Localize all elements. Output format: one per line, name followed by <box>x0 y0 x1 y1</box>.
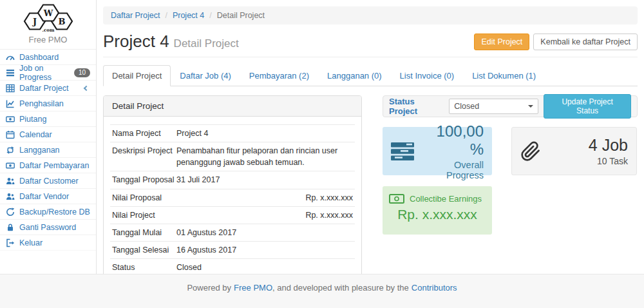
footer-text-prefix: Powered by <box>187 283 231 293</box>
sidebar-item-daftar-vendor[interactable]: Daftar Vendor <box>0 189 96 204</box>
earnings-value: Rp. x.xxx.xxx <box>389 207 486 222</box>
jobs-card: 4 Job 10 Task <box>511 127 637 175</box>
logo-letter-b: B <box>58 17 65 26</box>
table-icon <box>6 84 15 93</box>
main-content: Daftar Project Project 4 Detail Project … <box>97 0 644 274</box>
table-row-nilai-project: Nilai Project Rp. x.xxx.xxx <box>110 206 355 224</box>
sidebar-item-daftar-customer[interactable]: Daftar Customer <box>0 173 96 189</box>
job-count-badge: 10 <box>74 68 90 77</box>
paperclip-icon <box>520 141 541 162</box>
tab-list-dokumen[interactable]: List Dokumen (1) <box>463 65 545 86</box>
logo-letter-w: W <box>43 8 53 18</box>
tasks-icon <box>391 142 414 160</box>
money-icon <box>6 115 15 124</box>
status-select-value: Closed <box>454 102 479 111</box>
table-row-nama-project: Nama Project Project 4 <box>110 124 355 142</box>
sidebar-item-job-on-progress[interactable]: Job on Progress 10 <box>0 65 96 81</box>
dashboard-icon <box>6 53 15 62</box>
sidebar-item-label: Calendar <box>19 130 52 139</box>
sidebar-item-label: Piutang <box>19 115 46 124</box>
sidebar-item-label: Langganan <box>19 146 60 155</box>
sidebar-item-label: Dashboard <box>19 53 59 62</box>
status-project-label: Status Project <box>389 97 444 116</box>
footer: Powered by Free PMO , and developed with… <box>0 274 644 308</box>
sidebar-item-piutang[interactable]: Piutang <box>0 111 96 127</box>
collectible-earnings-card: Collectibe Earnings Rp. x.xxx.xxx <box>383 186 492 235</box>
sidebar-item-label: Keluar <box>19 238 43 247</box>
table-row-nilai-proposal: Nilai Proposal Rp. x.xxx.xxx <box>110 189 355 206</box>
jwb-logo: J W B .com <box>17 3 79 33</box>
sidebar-item-label: Job on Progress <box>19 64 70 82</box>
progress-caption: Overall Progress <box>419 160 484 180</box>
sidebar-item-ganti-password[interactable]: Ganti Password <box>0 220 96 235</box>
page-header: Project 4Detail Project Edit Project Kem… <box>103 32 638 57</box>
status-select[interactable]: Closed <box>449 99 538 114</box>
tab-daftar-job[interactable]: Daftar Job (4) <box>171 65 240 86</box>
sidebar-item-calendar[interactable]: Calendar <box>0 127 96 142</box>
brand-name: Free PMO <box>0 35 96 44</box>
tab-pembayaran[interactable]: Pembayaran (2) <box>240 65 318 86</box>
panel-title: Detail Project <box>104 96 361 117</box>
calendar-icon <box>6 130 15 139</box>
line-chart-icon <box>6 99 15 108</box>
breadcrumb-link-daftar-project[interactable]: Daftar Project <box>111 11 160 20</box>
sidebar-item-langganan[interactable]: Langganan <box>0 142 96 158</box>
sidebar: J W B .com Free PMO Dashboard Job on Pro… <box>0 0 97 274</box>
detail-project-panel: Detail Project Nama Project Project 4 De… <box>103 95 362 299</box>
logo-letter-j: J <box>32 17 36 26</box>
jobs-caption: 10 Task <box>547 156 628 166</box>
caret-down-icon <box>528 105 533 108</box>
sidebar-item-dashboard[interactable]: Dashboard <box>0 50 96 65</box>
overall-progress-card: 100,00 % Overall Progress <box>383 127 492 175</box>
sidebar-item-label: Daftar Pembayaran <box>19 161 89 170</box>
table-row-deskripsi-project: Deskripsi Project Penambahan fitur pelap… <box>110 142 355 171</box>
sidebar-item-backup-restore-db[interactable]: Backup/Restore DB <box>0 204 96 220</box>
table-row-tanggal-proposal: Tanggal Proposal 31 Juli 2017 <box>110 171 355 188</box>
breadcrumb: Daftar Project Project 4 Detail Project <box>103 6 638 24</box>
retweet-icon <box>6 146 15 155</box>
page-title: Project 4Detail Project <box>103 32 239 52</box>
users-icon <box>6 192 15 201</box>
breadcrumb-current: Detail Project <box>204 11 265 20</box>
tab-list-invoice[interactable]: List Invoice (0) <box>391 65 464 86</box>
back-to-project-list-button[interactable]: Kembali ke daftar Project <box>533 34 638 50</box>
page-title-text: Project 4 <box>103 32 169 51</box>
free-pmo-link[interactable]: Free PMO <box>234 283 272 293</box>
edit-project-button[interactable]: Edit Project <box>474 34 529 50</box>
progress-value: 100,00 % <box>419 122 484 159</box>
brand: J W B .com Free PMO <box>0 0 96 50</box>
jobs-value: 4 Job <box>547 136 628 155</box>
chevron-left-icon <box>84 85 89 90</box>
sidebar-item-label: Penghasilan <box>19 99 64 108</box>
sidebar-item-label: Backup/Restore DB <box>19 207 90 217</box>
footer-text-middle: , and developed with pleasure by the <box>272 283 409 293</box>
sidebar-item-daftar-project[interactable]: Daftar Project <box>0 81 96 96</box>
money-bill-icon <box>389 194 404 204</box>
table-row-tanggal-mulai: Tanggal Mulai 01 Agustus 2017 <box>110 224 355 241</box>
tab-bar: Detail Project Daftar Job (4) Pembayaran… <box>103 65 638 86</box>
sign-out-icon <box>6 238 15 247</box>
breadcrumb-link-project-4[interactable]: Project 4 <box>173 11 204 20</box>
tab-detail-project[interactable]: Detail Project <box>103 65 171 86</box>
sidebar-item-keluar[interactable]: Keluar <box>0 235 96 251</box>
sidebar-item-penghasilan[interactable]: Penghasilan <box>0 96 96 111</box>
logo-domain: .com <box>42 27 54 33</box>
list-bars-icon <box>6 68 15 77</box>
lock-icon <box>6 223 15 232</box>
page: J W B .com Free PMO Dashboard Job on Pro… <box>0 0 644 308</box>
users-icon <box>6 177 15 186</box>
money-icon <box>6 161 15 170</box>
tab-langganan[interactable]: Langganan (0) <box>318 65 391 86</box>
sidebar-item-label: Daftar Customer <box>19 177 79 186</box>
contributors-link[interactable]: Contributors <box>412 283 457 293</box>
page-subtitle: Detail Project <box>174 37 239 50</box>
earnings-title: Collectibe Earnings <box>410 194 482 204</box>
update-project-status-button[interactable]: Update Project Status <box>544 94 631 119</box>
sidebar-item-daftar-pembayaran[interactable]: Daftar Pembayaran <box>0 158 96 173</box>
table-row-tanggal-selesai: Tanggal Selesai 16 Agustus 2017 <box>110 241 355 258</box>
sidebar-item-label: Daftar Project <box>19 84 68 93</box>
status-project-bar: Status Project Closed Update Project Sta… <box>383 95 638 117</box>
sidebar-item-label: Daftar Vendor <box>19 192 69 201</box>
sidebar-item-label: Ganti Password <box>19 223 76 232</box>
refresh-icon <box>6 207 15 217</box>
